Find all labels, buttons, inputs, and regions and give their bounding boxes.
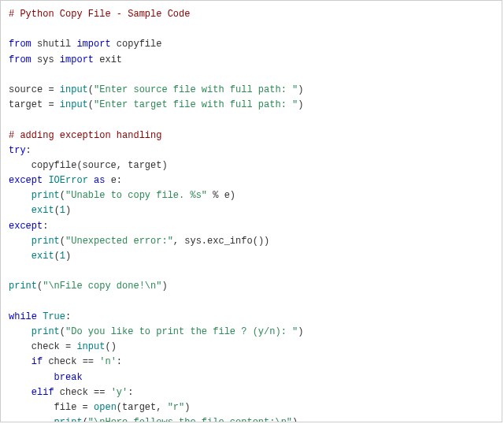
builtin-exit: exit [32,251,54,262]
string: "Unexpected error:" [65,236,173,247]
indent [9,387,32,398]
builtin-ioerror: IOError [48,175,87,186]
code-text: e: [105,175,122,186]
code-viewer: # Python Copy File - Sample Code from sh… [0,0,502,422]
string: "\nHere follows the file content:\n" [88,417,292,422]
code-text: copyfile(source, target) [9,160,168,171]
code-text: shutil [32,39,77,50]
kw-import: import [60,54,94,65]
builtin-print: print [32,190,60,201]
builtin-print: print [32,236,60,247]
punct: ( [88,84,94,95]
indent [9,236,32,247]
kw-except: except [9,175,43,186]
punct: ( [60,190,65,201]
punct: ) [161,281,167,292]
code-text: % e) [207,190,235,201]
code-comment: # adding exception handling [9,130,161,141]
code-text: source = [9,84,60,95]
punct: ) [298,99,303,110]
punct: ( [60,326,65,337]
kw-break: break [54,372,83,383]
string: 'n' [99,356,117,367]
kw-import: import [76,39,110,50]
string: "Unable to copy file. %s" [65,190,207,201]
builtin-print: print [54,417,83,422]
indent [9,190,32,201]
code-text: exit [94,54,122,65]
number: 1 [60,205,65,216]
punct: ) [65,251,71,262]
indent [9,417,54,422]
kw-from: from [9,54,32,65]
code-text: (target, [117,402,168,413]
code-text: target = [9,99,60,110]
punct: : [43,221,48,232]
punct: ) [298,84,303,95]
string: "Enter target file with full path: " [94,99,298,110]
punct: ) [184,402,190,413]
code-text: , sys.exc_info()) [173,236,269,247]
builtin-exit: exit [32,205,54,216]
string: "\nFile copy done!\n" [43,281,161,292]
indent [9,326,32,337]
indent [9,205,32,216]
builtin-input: input [60,99,88,110]
kw-try: try [9,145,26,156]
code-text: check == [43,356,99,367]
indent [9,356,32,367]
builtin-print: print [9,281,37,292]
punct: ( [88,99,94,110]
kw-from: from [9,39,32,50]
builtin-open: open [94,402,117,413]
builtin-input: input [60,84,88,95]
indent [9,251,32,262]
punct: ( [54,205,60,216]
string: "Enter source file with full path: " [94,84,298,95]
punct: ( [83,417,88,422]
punct: ) [65,205,71,216]
builtin-print: print [32,326,60,337]
punct: : [26,145,32,156]
punct: ( [60,236,65,247]
punct: () [105,341,116,352]
code-text: check = [9,341,76,352]
code-text: sys [32,54,60,65]
punct: ) [298,326,303,337]
number: 1 [60,251,65,262]
code-comment: # Python Copy File - Sample Code [9,9,190,20]
indent [9,372,54,383]
punct: : [65,311,71,322]
punct: : [128,387,133,398]
builtin-input: input [76,341,105,352]
punct: : [117,356,122,367]
kw-except: except [9,221,43,232]
builtin-true: True [43,311,65,322]
kw-if: if [32,356,43,367]
punct: ) [292,417,298,422]
string: 'y' [111,387,128,398]
kw-as: as [88,175,106,186]
kw-elif: elif [32,387,54,398]
code-text: copyfile [111,39,162,50]
code-text: file = [9,402,94,413]
code-text: check == [54,387,111,398]
string: "r" [168,402,185,413]
kw-while: while [9,311,37,322]
string: "Do you like to print the file ? (y/n): … [65,326,298,337]
punct: ( [54,251,60,262]
